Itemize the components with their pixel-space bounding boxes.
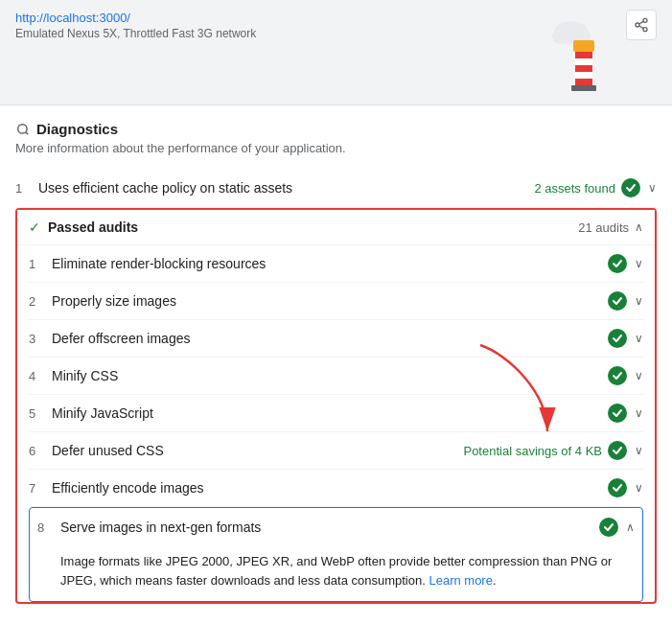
audit-chevron-4[interactable]: ∨ xyxy=(635,369,643,382)
audit-label-1: Eliminate render-blocking resources xyxy=(52,256,608,271)
cache-policy-row: 1 Uses efficient cache policy on static … xyxy=(15,169,657,208)
url-link[interactable]: http://localhost:3000/ xyxy=(15,11,130,25)
check-svg-5 xyxy=(612,407,623,419)
lighthouse-icon xyxy=(552,15,614,102)
svg-point-6 xyxy=(552,29,571,44)
check-svg-7 xyxy=(612,482,623,494)
svg-rect-11 xyxy=(575,65,592,72)
cache-row-label: Uses efficient cache policy on static as… xyxy=(38,180,534,196)
audit-right-6: Potential savings of 4 KB ∨ xyxy=(463,441,643,460)
passed-chevron-icon: ∧ xyxy=(635,220,643,234)
audit-check-5 xyxy=(608,404,627,423)
audit-check-2 xyxy=(608,291,627,311)
main-content: Diagnostics More information about the p… xyxy=(0,105,672,619)
audit-label-2: Properly size images xyxy=(52,293,608,309)
audit-item-3: 3 Defer offscreen images ∨ xyxy=(29,320,643,358)
svg-point-15 xyxy=(18,124,27,132)
audit-chevron-1[interactable]: ∨ xyxy=(635,257,643,270)
cache-row-num: 1 xyxy=(15,181,38,196)
check-svg xyxy=(625,182,637,194)
svg-rect-13 xyxy=(573,40,594,52)
audit-item-1: 1 Eliminate render-blocking resources ∨ xyxy=(29,245,643,283)
audit-label-5: Minify JavaScript xyxy=(52,405,608,421)
audit-8-description: Image formats like JPEG 2000, JPEG XR, a… xyxy=(60,554,612,588)
passed-audits-title: Passed audits xyxy=(48,220,578,235)
audit-right-3: ∨ xyxy=(608,329,643,348)
svg-point-1 xyxy=(636,23,639,27)
check-svg-3 xyxy=(612,333,623,344)
audit-chevron-6[interactable]: ∨ xyxy=(635,444,643,457)
passed-audits-list: 1 Eliminate render-blocking resources ∨ … xyxy=(17,244,655,602)
audit-check-4 xyxy=(608,366,627,385)
audit-num-7: 7 xyxy=(29,481,52,496)
svg-line-3 xyxy=(639,26,644,29)
share-button[interactable] xyxy=(626,10,657,40)
svg-line-16 xyxy=(26,131,29,134)
svg-rect-12 xyxy=(575,79,592,85)
audit-8-header[interactable]: 8 Serve images in next-gen formats ∧ xyxy=(30,508,642,546)
audit-chevron-7[interactable]: ∨ xyxy=(635,481,643,495)
audit-check-7 xyxy=(608,478,627,497)
svg-line-4 xyxy=(639,21,644,24)
svg-rect-14 xyxy=(571,85,596,91)
period: . xyxy=(493,573,497,588)
audit-item-7: 7 Efficiently encode images ∨ xyxy=(29,470,643,507)
audit-item-5: 5 Minify JavaScript ∨ xyxy=(29,395,643,432)
check-svg-4 xyxy=(612,370,623,381)
audit-num-1: 1 xyxy=(29,257,52,271)
audit-item-2: 2 Properly size images ∨ xyxy=(29,283,643,320)
passed-audits-section: ✓ Passed audits 21 audits ∧ 1 Eliminate … xyxy=(15,208,657,604)
audit-savings-6: Potential savings of 4 KB xyxy=(463,444,602,458)
svg-rect-10 xyxy=(575,52,592,58)
audit-right-8: ∧ xyxy=(599,518,635,537)
audit-right-4: ∨ xyxy=(608,366,643,385)
learn-more-link[interactable]: Learn more xyxy=(429,573,492,588)
audit-check-3 xyxy=(608,329,627,348)
audit-num-2: 2 xyxy=(29,294,52,309)
audit-check-6 xyxy=(608,441,627,460)
audit-chevron-3[interactable]: ∨ xyxy=(635,332,643,345)
audit-label-3: Defer offscreen images xyxy=(52,331,608,346)
diagnostics-header: Diagnostics xyxy=(15,121,657,137)
audit-num-8: 8 xyxy=(37,520,60,535)
check-svg-8 xyxy=(603,521,614,533)
cache-assets-found: 2 assets found xyxy=(534,181,615,196)
audit-label-4: Minify CSS xyxy=(52,368,608,383)
audit-chevron-8[interactable]: ∧ xyxy=(626,520,635,534)
audit-item-4: 4 Minify CSS ∨ xyxy=(29,358,643,395)
audit-num-4: 4 xyxy=(29,369,52,383)
svg-point-2 xyxy=(643,28,647,32)
audit-check-1 xyxy=(608,254,627,273)
passed-check-mark: ✓ xyxy=(29,220,40,235)
audit-right-5: ∨ xyxy=(608,404,643,423)
lighthouse-logo xyxy=(552,15,614,104)
cache-check-icon xyxy=(621,178,640,197)
audit-chevron-2[interactable]: ∨ xyxy=(635,294,643,308)
cache-row-right: 2 assets found ∨ xyxy=(534,178,657,197)
audit-label-6: Defer unused CSS xyxy=(52,443,463,458)
audit-num-3: 3 xyxy=(29,332,52,346)
diagnostics-subtitle: More information about the performance o… xyxy=(15,141,657,155)
audit-right-2: ∨ xyxy=(608,291,643,311)
share-icon xyxy=(634,17,649,33)
audit-right-7: ∨ xyxy=(608,478,643,497)
audit-right-1: ∨ xyxy=(608,254,643,273)
audit-num-5: 5 xyxy=(29,406,52,421)
check-svg-1 xyxy=(612,258,623,269)
header: http://localhost:3000/ Emulated Nexus 5X… xyxy=(0,0,672,105)
diagnostics-title: Diagnostics xyxy=(36,121,118,137)
check-svg-2 xyxy=(612,295,623,307)
audit-item-6: 6 Defer unused CSS Potential savings of … xyxy=(29,432,643,470)
check-svg-6 xyxy=(612,445,623,456)
diagnostics-icon xyxy=(15,122,31,137)
cache-chevron[interactable]: ∨ xyxy=(648,181,657,195)
search-icon xyxy=(16,123,30,136)
audit-label-8: Serve images in next-gen formats xyxy=(60,520,599,535)
svg-point-0 xyxy=(643,18,647,22)
passed-audits-header[interactable]: ✓ Passed audits 21 audits ∧ xyxy=(17,210,655,244)
audit-chevron-5[interactable]: ∨ xyxy=(635,406,643,420)
audit-item-8: 8 Serve images in next-gen formats ∧ Ima… xyxy=(29,507,643,602)
audit-check-8 xyxy=(599,518,618,537)
passed-audits-count: 21 audits xyxy=(578,220,629,235)
audit-8-expanded-text: Image formats like JPEG 2000, JPEG XR, a… xyxy=(30,546,642,601)
